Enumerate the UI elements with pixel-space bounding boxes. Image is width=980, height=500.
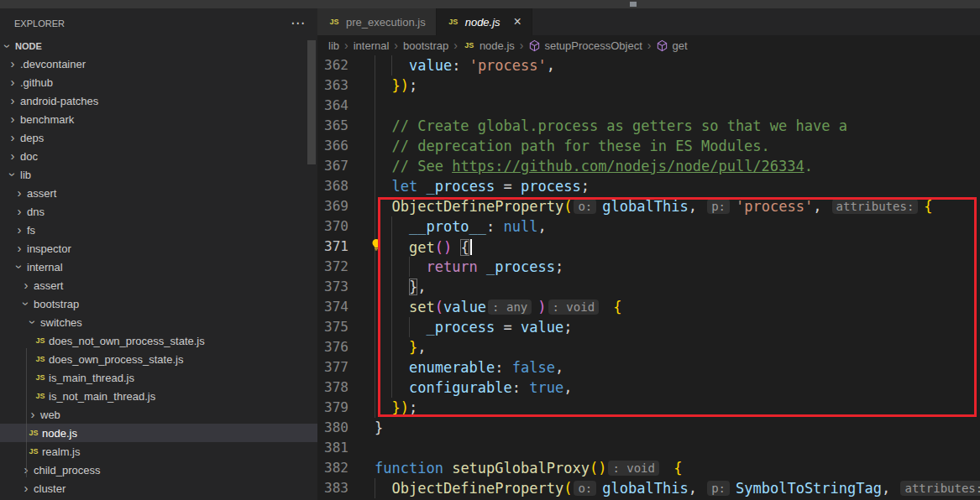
token: 'process' bbox=[736, 198, 813, 215]
code-line-382[interactable]: 382function setupGlobalProxy(): void { bbox=[317, 458, 980, 478]
tree-item-benchmark[interactable]: ›benchmark bbox=[0, 110, 317, 128]
line-number[interactable]: 382 bbox=[317, 458, 349, 478]
lightbulb-icon[interactable] bbox=[369, 237, 383, 250]
line-number[interactable]: 373 bbox=[317, 277, 349, 297]
line-number[interactable]: 372 bbox=[317, 257, 349, 277]
breadcrumb-item-internal[interactable]: internal bbox=[354, 39, 390, 52]
close-icon[interactable]: × bbox=[514, 15, 521, 29]
token: ) bbox=[537, 299, 546, 315]
tree-item-is-not-main-thread-js[interactable]: JSis_not_main_thread.js bbox=[0, 387, 317, 405]
breadcrumb-item-node-js[interactable]: JSnode.js bbox=[463, 39, 515, 52]
tree-item-cluster[interactable]: ›cluster bbox=[0, 479, 317, 497]
tree-item-switches[interactable]: ›switches bbox=[0, 313, 317, 331]
code-line-380[interactable]: 380} bbox=[317, 418, 980, 438]
tree-item-assert[interactable]: ›assert bbox=[0, 184, 317, 202]
breadcrumb-item-lib[interactable]: lib bbox=[328, 39, 339, 52]
tree-item-node-js[interactable]: JSnode.js bbox=[0, 424, 317, 442]
line-number[interactable]: 370 bbox=[317, 216, 349, 237]
indent-guide bbox=[391, 297, 392, 317]
line-number[interactable]: 367 bbox=[317, 156, 349, 176]
line-number[interactable]: 379 bbox=[317, 398, 349, 418]
line-number[interactable]: 364 bbox=[317, 96, 349, 116]
line-number[interactable]: 371 bbox=[317, 237, 349, 257]
chevron-down-icon: › bbox=[27, 316, 39, 328]
line-number[interactable]: 377 bbox=[317, 357, 349, 378]
token: : bbox=[495, 359, 503, 376]
code-line-377[interactable]: 377 enumerable: false, bbox=[317, 357, 980, 378]
code-line-368[interactable]: 368 let _process = process; bbox=[317, 176, 980, 196]
chevron-right-icon: › bbox=[13, 242, 25, 254]
indent-guide bbox=[375, 357, 375, 378]
tree-item-bootstrap[interactable]: ›bootstrap bbox=[0, 294, 317, 313]
tree-item-does-not-own-process-state-js[interactable]: JSdoes_not_own_process_state.js bbox=[0, 331, 317, 350]
line-number[interactable]: 369 bbox=[317, 196, 349, 216]
line-number[interactable]: 374 bbox=[317, 297, 349, 317]
code-line-365[interactable]: 365 // Create global.process as getters … bbox=[317, 116, 980, 136]
more-actions-icon[interactable]: ⋯ bbox=[291, 14, 306, 32]
token: , bbox=[689, 480, 705, 497]
code-line-362[interactable]: 362 value: 'process', bbox=[317, 55, 980, 76]
code-line-363[interactable]: 363 }); bbox=[317, 76, 980, 96]
breadcrumb-item-bootstrap[interactable]: bootstrap bbox=[403, 39, 448, 52]
code-line-372[interactable]: 372 return _process; bbox=[317, 257, 980, 277]
code-line-376[interactable]: 376 }, bbox=[317, 337, 980, 357]
tree-item-label: internal bbox=[27, 261, 63, 273]
tree-item-web[interactable]: ›web bbox=[0, 405, 317, 424]
code-line-366[interactable]: 366 // deprecation path for these in ES … bbox=[317, 136, 980, 156]
line-number[interactable]: 366 bbox=[317, 136, 349, 156]
tree-item-child-process[interactable]: ›child_process bbox=[0, 461, 317, 479]
tree-item-inspector[interactable]: ›inspector bbox=[0, 239, 317, 258]
tree-item--devcontainer[interactable]: ›.devcontainer bbox=[0, 55, 317, 73]
tree-item-dns[interactable]: ›dns bbox=[0, 202, 317, 221]
tree-item-fs[interactable]: ›fs bbox=[0, 221, 317, 239]
token: } bbox=[409, 279, 417, 295]
indent-guide bbox=[375, 478, 375, 498]
line-number[interactable]: 362 bbox=[317, 55, 349, 76]
breadcrumb-item-get[interactable]: get bbox=[656, 39, 687, 52]
code-line-381[interactable]: 381 bbox=[317, 438, 980, 458]
line-number[interactable]: 375 bbox=[317, 317, 349, 337]
sidebar-scrollbar[interactable] bbox=[307, 40, 316, 164]
token bbox=[417, 178, 426, 195]
tree-item--github[interactable]: ›.github bbox=[0, 73, 317, 91]
chevron-down-icon: › bbox=[7, 169, 18, 180]
inlay-hint: p: bbox=[707, 199, 730, 214]
tree-item-label: dns bbox=[27, 206, 45, 218]
tree-item-assert[interactable]: ›assert bbox=[0, 276, 317, 294]
tree-item-lib[interactable]: ›lib bbox=[0, 165, 317, 184]
code-line-379[interactable]: 379 }); bbox=[317, 398, 980, 418]
tree-item-realm-js[interactable]: JSrealm.js bbox=[0, 442, 317, 461]
tree-item-label: realm.js bbox=[42, 445, 81, 458]
line-number[interactable]: 363 bbox=[317, 76, 349, 96]
comment-link[interactable]: https://github.com/nodejs/node/pull/2633… bbox=[452, 158, 804, 174]
tab-pre-execution-js[interactable]: JSpre_execution.js bbox=[317, 8, 437, 35]
code-line-371[interactable]: 371 get() { bbox=[317, 237, 980, 257]
code-line-375[interactable]: 375 _process = value; bbox=[317, 317, 980, 337]
code-line-370[interactable]: 370 __proto__: null, bbox=[317, 216, 980, 237]
line-number[interactable]: 376 bbox=[317, 337, 349, 357]
tree-item-does-own-process-state-js[interactable]: JSdoes_own_process_state.js bbox=[0, 350, 317, 368]
code-line-364[interactable]: 364 bbox=[317, 96, 980, 116]
line-number[interactable]: 378 bbox=[317, 378, 349, 398]
token: globalThis bbox=[602, 480, 688, 497]
line-number[interactable]: 365 bbox=[317, 116, 349, 136]
tree-item-is-main-thread-js[interactable]: JSis_main_thread.js bbox=[0, 368, 317, 387]
code-editor[interactable]: 362 value: 'process',363 });364365 // Cr… bbox=[317, 55, 980, 500]
code-line-378[interactable]: 378 configurable: true, bbox=[317, 378, 980, 398]
tree-item-deps[interactable]: ›deps bbox=[0, 128, 317, 147]
tab-node-js[interactable]: JSnode.js× bbox=[437, 8, 532, 35]
tree-item-android-patches[interactable]: ›android-patches bbox=[0, 91, 317, 110]
code-line-383[interactable]: 383 ObjectDefineProperty(o:globalThis, p… bbox=[317, 478, 980, 498]
code-line-367[interactable]: 367 // See https://github.com/nodejs/nod… bbox=[317, 156, 980, 176]
tree-item-doc[interactable]: ›doc bbox=[0, 147, 317, 165]
code-line-374[interactable]: 374 set(value: any): void { bbox=[317, 297, 980, 317]
line-number[interactable]: 368 bbox=[317, 176, 349, 196]
code-line-369[interactable]: 369 ObjectDefineProperty(o:globalThis, p… bbox=[317, 196, 980, 216]
breadcrumb-item-setupprocessobject[interactable]: setupProcessObject bbox=[528, 39, 642, 52]
section-header-node[interactable]: › NODE bbox=[0, 38, 317, 55]
line-number[interactable]: 383 bbox=[317, 478, 349, 498]
line-number[interactable]: 381 bbox=[317, 438, 349, 458]
code-line-373[interactable]: 373 }, bbox=[317, 277, 980, 297]
line-number[interactable]: 380 bbox=[317, 418, 349, 438]
tree-item-internal[interactable]: ›internal bbox=[0, 258, 317, 276]
